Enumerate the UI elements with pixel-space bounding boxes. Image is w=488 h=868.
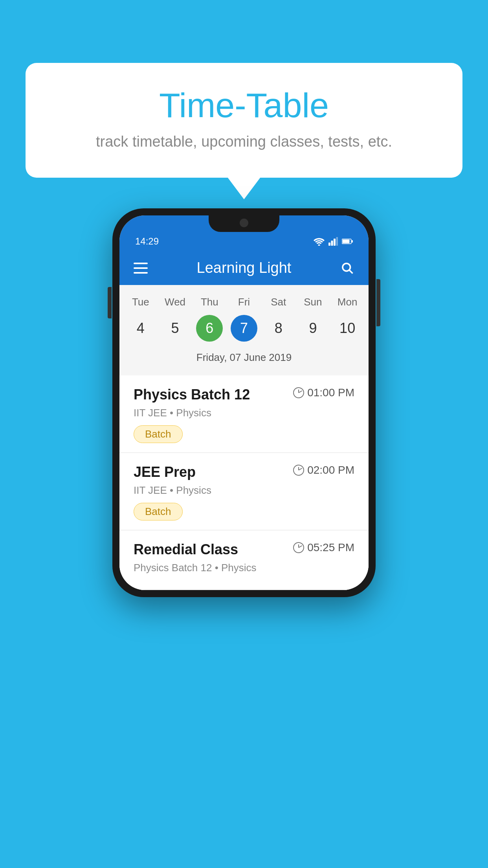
batch-tag-2: Batch — [134, 503, 183, 520]
day-5[interactable]: 5 — [158, 314, 193, 342]
speech-bubble-card: Time-Table track timetable, upcoming cla… — [26, 63, 462, 178]
speech-bubble-section: Time-Table track timetable, upcoming cla… — [26, 63, 462, 178]
day-numbers: 4 5 6 7 8 9 10 — [119, 311, 369, 348]
svg-line-9 — [349, 270, 352, 273]
schedule-time-1: 01:00 PM — [293, 386, 354, 399]
schedule-item-2-header: JEE Prep 02:00 PM — [134, 464, 354, 480]
bubble-title: Time-Table — [57, 86, 431, 125]
schedule-title-3: Remedial Class — [134, 541, 238, 558]
day-header-sat: Sat — [261, 293, 296, 311]
hamburger-line-3 — [134, 272, 148, 274]
bubble-subtitle: track timetable, upcoming classes, tests… — [57, 133, 431, 150]
app-bar: Learning Light — [119, 251, 369, 285]
day-header-thu: Thu — [192, 293, 227, 311]
day-10[interactable]: 10 — [330, 314, 365, 342]
phone-frame: 14:29 — [112, 208, 376, 597]
search-button[interactable] — [340, 261, 354, 275]
signal-icon — [328, 237, 338, 246]
schedule-item-2[interactable]: JEE Prep 02:00 PM IIT JEE • Physics Batc… — [119, 453, 369, 530]
svg-rect-6 — [343, 240, 350, 243]
clock-icon-1 — [293, 387, 304, 398]
selected-date-label: Friday, 07 June 2019 — [119, 348, 369, 371]
wifi-icon — [314, 237, 325, 246]
schedule-time-3: 05:25 PM — [293, 541, 354, 554]
svg-rect-3 — [334, 239, 336, 246]
status-time: 14:29 — [135, 236, 159, 247]
calendar-strip: Tue Wed Thu Fri Sat Sun Mon 4 5 6 7 8 9 … — [119, 285, 369, 375]
day-9[interactable]: 9 — [296, 314, 330, 342]
day-7-selected[interactable]: 7 — [231, 315, 257, 342]
schedule-title-2: JEE Prep — [134, 464, 196, 480]
clock-icon-2 — [293, 465, 304, 476]
day-header-fri: Fri — [227, 293, 261, 311]
hamburger-menu-button[interactable] — [134, 263, 148, 274]
battery-icon — [342, 238, 353, 245]
schedule-title-1: Physics Batch 12 — [134, 386, 250, 403]
phone-camera — [240, 219, 248, 227]
status-icons — [314, 237, 353, 246]
phone-mockup: 14:29 — [112, 208, 376, 597]
svg-rect-4 — [336, 237, 338, 246]
app-title: Learning Light — [197, 259, 292, 276]
schedule-item-3[interactable]: Remedial Class 05:25 PM Physics Batch 12… — [119, 530, 369, 590]
hamburger-line-1 — [134, 263, 148, 264]
schedule-time-2: 02:00 PM — [293, 464, 354, 476]
phone-notch — [209, 215, 279, 232]
day-header-tue: Tue — [123, 293, 158, 311]
day-header-mon: Mon — [330, 293, 365, 311]
day-8[interactable]: 8 — [261, 314, 296, 342]
schedule-item-3-header: Remedial Class 05:25 PM — [134, 541, 354, 558]
svg-rect-7 — [352, 240, 353, 243]
day-header-sun: Sun — [296, 293, 330, 311]
phone-screen: 14:29 — [119, 215, 369, 590]
day-headers: Tue Wed Thu Fri Sat Sun Mon — [119, 293, 369, 311]
svg-rect-2 — [331, 241, 333, 246]
schedule-subtitle-1: IIT JEE • Physics — [134, 407, 354, 419]
schedule-item-1-header: Physics Batch 12 01:00 PM — [134, 386, 354, 403]
day-header-wed: Wed — [158, 293, 193, 311]
batch-tag-1: Batch — [134, 425, 183, 443]
hamburger-line-2 — [134, 267, 148, 269]
clock-icon-3 — [293, 542, 304, 553]
day-4[interactable]: 4 — [123, 314, 158, 342]
schedule-list: Physics Batch 12 01:00 PM IIT JEE • Phys… — [119, 375, 369, 590]
schedule-subtitle-3: Physics Batch 12 • Physics — [134, 562, 354, 574]
svg-point-0 — [318, 245, 320, 246]
schedule-item-1[interactable]: Physics Batch 12 01:00 PM IIT JEE • Phys… — [119, 375, 369, 453]
day-6-today[interactable]: 6 — [196, 315, 223, 342]
schedule-subtitle-2: IIT JEE • Physics — [134, 484, 354, 497]
svg-point-8 — [343, 263, 350, 271]
svg-rect-1 — [328, 243, 330, 246]
